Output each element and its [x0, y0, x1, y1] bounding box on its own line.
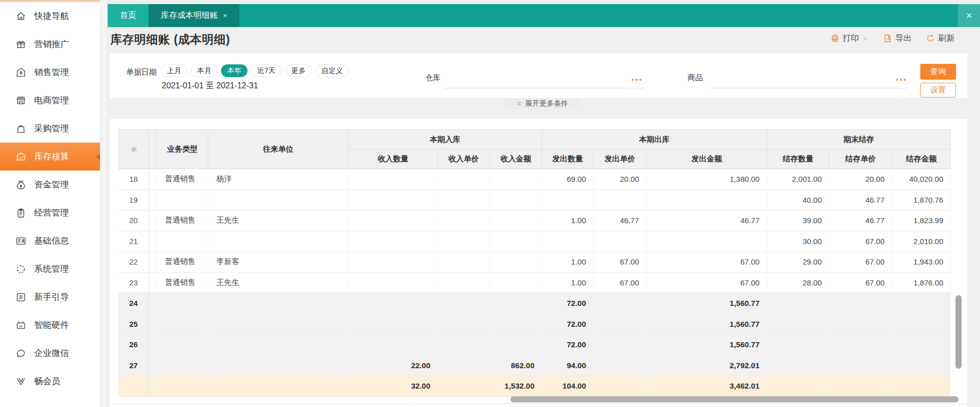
sidebar-item-store[interactable]: 电商管理 — [0, 86, 100, 114]
table-cell — [208, 190, 349, 210]
settings-button[interactable]: 设置 — [920, 83, 956, 98]
tab-label: 首页 — [120, 10, 136, 21]
table-header: 业务类型 往来单位 本期入库 本期出库 期末结存 收入数量 收入单价 收入金额 … — [118, 129, 951, 169]
table-row-27[interactable]: 2722.00862.0094.002,792.01 — [118, 355, 951, 376]
table-cell: 1,870.76 — [892, 190, 951, 210]
refresh-button[interactable]: 刷新 — [926, 33, 954, 44]
date-pill-本月[interactable]: 本月 — [191, 64, 217, 77]
table-cell: 21 — [118, 231, 149, 252]
sidebar-item-shop[interactable]: 销售管理 — [0, 58, 100, 86]
tab-home[interactable]: 首页 — [108, 4, 149, 27]
print-button[interactable]: 打印 — [830, 33, 869, 44]
sidebar-scroll-gutter[interactable] — [100, 0, 107, 407]
sidebar-item-bag[interactable]: 采购管理 — [0, 114, 100, 142]
sidebar-item-money[interactable]: 资金管理 — [0, 171, 100, 199]
table-cell — [892, 355, 951, 376]
sidebar-item-idcard[interactable]: 基础信息 — [0, 227, 100, 255]
printer-icon — [830, 34, 840, 43]
page-title: 库存明细账 (成本明细) — [110, 32, 230, 47]
table-cell — [149, 376, 157, 396]
horizontal-scrollbar-thumb[interactable] — [510, 396, 959, 402]
table-cell — [594, 376, 647, 396]
active-item-notch-icon — [96, 153, 100, 160]
sidebar-item-label: 畅会员 — [34, 375, 60, 387]
sidebar-item-clipboard[interactable]: 经营管理 — [0, 199, 100, 227]
table-panel: 业务类型 往来单位 本期入库 本期出库 期末结存 收入数量 收入单价 收入金额 … — [110, 119, 967, 407]
table-cell — [490, 231, 542, 252]
date-pill-更多[interactable]: 更多 — [285, 64, 312, 77]
table-cell: 2,010.00 — [892, 231, 951, 252]
home-icon — [15, 11, 27, 22]
export-label: 导出 — [895, 33, 912, 44]
table-cell: 25 — [118, 314, 149, 334]
tab-bar: 首页库存成本明细账×× — [108, 4, 980, 27]
table-cell: 1,823.99 — [892, 210, 951, 231]
table-cell — [594, 231, 647, 252]
table-cell: 29.00 — [767, 252, 829, 272]
sidebar-item-home[interactable]: 快捷导航 — [0, 2, 100, 30]
table-row-18[interactable]: 18普通销售杨洋69.0020.001,380.002,001.0020.004… — [118, 169, 951, 190]
product-label: 商品 — [688, 73, 703, 83]
date-range-value[interactable]: 2021-01-01 至 2021-12-31 — [162, 81, 258, 91]
tab-close-icon[interactable]: × — [223, 12, 227, 19]
table-cell — [490, 190, 542, 210]
warehouse-input[interactable] — [444, 76, 644, 88]
product-picker-dots[interactable]: ●●● — [896, 77, 907, 82]
header-out-amount: 发出金额 — [647, 150, 767, 169]
sidebar: 快捷导航营销推广销售管理电商管理采购管理库存核算资金管理经营管理基础信息系统管理… — [0, 0, 100, 407]
table-cell — [157, 314, 208, 334]
date-option-pills: 上月本月本年近7天更多自定义 — [161, 64, 349, 77]
vertical-scrollbar-thumb[interactable] — [955, 295, 962, 369]
table-cell: 67.00 — [829, 252, 892, 272]
export-button[interactable]: 导出 — [883, 33, 912, 44]
table-summary-row[interactable]: 32.001,532.00104.003,462.01 — [118, 376, 951, 397]
table-row-23[interactable]: 23普通销售王先生1.0067.0067.0028.0067.001,876.0… — [118, 273, 951, 294]
sidebar-item-label: 智能硬件 — [34, 319, 69, 331]
table-cell: 72.00 — [542, 334, 594, 355]
table-row-20[interactable]: 20普通销售王先生1.0046.7746.7739.0046.771,823.9… — [118, 210, 951, 231]
table-row-25[interactable]: 2572.001,560.77 — [118, 314, 951, 335]
table-row-21[interactable]: 2130.0067.002,010.00 — [118, 231, 951, 252]
table-cell — [542, 231, 594, 252]
sidebar-item-label: 新手引导 — [34, 291, 69, 303]
table-cell: 19 — [118, 190, 149, 210]
sidebar-item-warehouse[interactable]: 库存核算 — [0, 142, 100, 171]
table-cell: 22 — [118, 252, 149, 272]
query-button[interactable]: 查询 — [920, 64, 956, 80]
table-cell: 20.00 — [829, 169, 892, 189]
table-row-24[interactable]: 2472.001,560.77 — [118, 293, 951, 314]
date-pill-上月[interactable]: 上月 — [161, 64, 187, 77]
tab-inventory-cost-ledger[interactable]: 库存成本明细账× — [149, 4, 239, 27]
sidebar-item-system[interactable]: 系统管理 — [0, 255, 100, 283]
expand-more-conditions[interactable]: 展开更多条件 — [504, 98, 580, 109]
table-row-26[interactable]: 2672.001,560.77 — [118, 334, 951, 355]
table-cell — [349, 252, 438, 272]
sidebar-item-newbie[interactable]: 新手引导 — [0, 283, 100, 311]
header-bal-price: 结存单价 — [829, 150, 892, 169]
date-pill-近7天[interactable]: 近7天 — [251, 64, 282, 77]
product-input[interactable] — [709, 76, 907, 88]
table-cell — [892, 376, 951, 396]
sidebar-item-wechat[interactable]: 企业微信 — [0, 339, 100, 367]
sidebar-item-gift[interactable]: 营销推广 — [0, 30, 100, 58]
table-cell: 普通销售 — [157, 252, 208, 272]
table-cell: 1.00 — [542, 273, 594, 293]
table-cell: 1,876.00 — [892, 273, 951, 293]
table-cell — [767, 355, 829, 376]
table-cell — [157, 334, 208, 355]
close-icon[interactable]: × — [958, 4, 980, 27]
sidebar-item-vip[interactable]: 畅会员 — [0, 367, 100, 395]
table-cell: 王先生 — [208, 210, 349, 231]
table-row-22[interactable]: 22普通销售李新客1.0067.0067.0029.0067.001,943.0… — [118, 252, 951, 273]
table-row-19[interactable]: 1940.0046.771,870.76 — [118, 190, 951, 211]
date-pill-本年[interactable]: 本年 — [221, 64, 248, 77]
table-cell — [208, 293, 349, 314]
column-settings-button[interactable] — [118, 130, 149, 169]
header-in-amount: 收入金额 — [490, 150, 542, 169]
warehouse-picker-dots[interactable]: ●●● — [631, 77, 643, 82]
table-cell: 1,560.77 — [647, 293, 767, 314]
table-cell — [490, 252, 542, 272]
table-cell: 39.00 — [767, 210, 829, 231]
date-pill-自定义[interactable]: 自定义 — [315, 64, 349, 77]
sidebar-item-tv[interactable]: 智能硬件 — [0, 311, 100, 339]
